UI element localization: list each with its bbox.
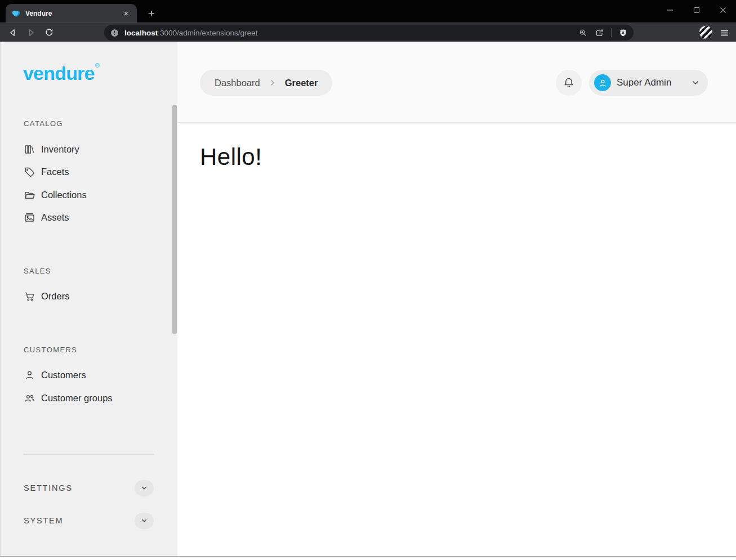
image-icon bbox=[24, 212, 35, 223]
users-icon bbox=[24, 392, 35, 404]
logo-text: vendure bbox=[23, 62, 95, 84]
main-header: Dashboard Greeter S bbox=[177, 42, 736, 123]
sidebar-item-label: Inventory bbox=[41, 144, 79, 155]
chevron-down-icon bbox=[140, 517, 148, 525]
user-icon bbox=[24, 369, 35, 381]
sidebar-item-customers[interactable]: Customers bbox=[24, 366, 86, 383]
sidebar-item-facets[interactable]: Facets bbox=[24, 163, 69, 180]
vendure-favicon-icon bbox=[11, 8, 21, 18]
sidebar-item-label: Customer groups bbox=[41, 393, 113, 404]
user-icon bbox=[597, 78, 608, 88]
settings-expand-button[interactable] bbox=[135, 480, 154, 496]
sidebar-item-label: Facets bbox=[41, 167, 69, 177]
notifications-button[interactable] bbox=[556, 70, 582, 96]
zoom-icon[interactable] bbox=[578, 28, 588, 38]
breadcrumb: Dashboard Greeter bbox=[200, 70, 332, 96]
logo-registered-mark: ® bbox=[95, 62, 99, 69]
page-title: Hello! bbox=[200, 144, 262, 171]
sidebar-item-inventory[interactable]: Inventory bbox=[24, 141, 79, 158]
chevron-right-icon bbox=[268, 78, 277, 87]
urlbar-separator bbox=[611, 28, 612, 37]
chevron-down-icon bbox=[691, 78, 700, 87]
address-bar[interactable]: localhost:3000/admin/extensions/greet bbox=[104, 25, 634, 41]
section-header-customers: CUSTOMERS bbox=[24, 346, 77, 354]
tab-title: Vendure bbox=[25, 10, 121, 17]
window-bottom-border bbox=[0, 556, 736, 557]
share-icon[interactable] bbox=[595, 28, 604, 38]
user-menu[interactable]: Super Admin bbox=[589, 70, 708, 96]
profile-stripes-icon[interactable] bbox=[699, 25, 713, 39]
vendure-logo[interactable]: vendure® bbox=[23, 62, 99, 84]
browser-titlebar: Vendure × + bbox=[0, 0, 736, 23]
forward-icon[interactable] bbox=[24, 25, 38, 40]
breadcrumb-item-dashboard[interactable]: Dashboard bbox=[215, 78, 260, 88]
tab-close-icon[interactable]: × bbox=[121, 8, 131, 19]
admin-page: vendure® CATALOG Inventory Facets bbox=[0, 42, 736, 556]
library-icon bbox=[24, 144, 35, 155]
folder-icon bbox=[24, 189, 35, 201]
browser-window: Vendure × + bbox=[0, 0, 736, 560]
chevron-down-icon bbox=[140, 484, 148, 492]
window-controls bbox=[657, 0, 736, 20]
user-name: Super Admin bbox=[617, 77, 671, 88]
section-header-system: SYSTEM bbox=[24, 516, 63, 525]
close-icon[interactable] bbox=[710, 0, 736, 20]
url-path: :3000/admin/extensions/greet bbox=[158, 29, 257, 37]
tag-icon bbox=[24, 166, 35, 178]
minimize-icon[interactable] bbox=[657, 0, 683, 20]
bell-icon bbox=[563, 77, 575, 89]
sidebar-item-label: Assets bbox=[41, 212, 69, 223]
sidebar-item-assets[interactable]: Assets bbox=[24, 209, 69, 226]
section-header-settings: SETTINGS bbox=[24, 483, 73, 492]
breadcrumb-item-greeter: Greeter bbox=[285, 78, 318, 88]
section-settings[interactable]: SETTINGS bbox=[24, 480, 154, 496]
section-header-catalog: CATALOG bbox=[24, 119, 63, 128]
sidebar-item-label: Collections bbox=[41, 190, 87, 200]
site-info-icon[interactable] bbox=[110, 28, 119, 38]
system-expand-button[interactable] bbox=[135, 513, 154, 529]
section-header-sales: SALES bbox=[24, 267, 51, 275]
browser-toolbar: localhost:3000/admin/extensions/greet bbox=[0, 23, 736, 42]
new-tab-button[interactable]: + bbox=[144, 6, 159, 21]
sidebar: vendure® CATALOG Inventory Facets bbox=[0, 42, 177, 556]
urlbar-actions bbox=[578, 28, 628, 38]
cart-icon bbox=[24, 290, 35, 302]
menu-icon[interactable] bbox=[717, 26, 731, 40]
back-icon[interactable] bbox=[6, 25, 20, 40]
maximize-icon[interactable] bbox=[683, 0, 710, 20]
section-system[interactable]: SYSTEM bbox=[24, 512, 154, 529]
sidebar-item-customer-groups[interactable]: Customer groups bbox=[24, 389, 113, 406]
url-host: localhost bbox=[124, 29, 158, 37]
sidebar-divider bbox=[23, 454, 154, 455]
sidebar-item-orders[interactable]: Orders bbox=[24, 288, 69, 304]
sidebar-item-collections[interactable]: Collections bbox=[24, 186, 87, 203]
browser-tab[interactable]: Vendure × bbox=[6, 4, 137, 23]
url-text[interactable]: localhost:3000/admin/extensions/greet bbox=[124, 29, 257, 37]
reload-icon[interactable] bbox=[42, 25, 56, 40]
brave-shield-icon[interactable] bbox=[618, 28, 628, 38]
sidebar-item-label: Orders bbox=[41, 291, 69, 302]
avatar bbox=[594, 74, 611, 91]
sidebar-item-label: Customers bbox=[41, 370, 86, 380]
sidebar-scrollbar[interactable] bbox=[172, 105, 177, 334]
